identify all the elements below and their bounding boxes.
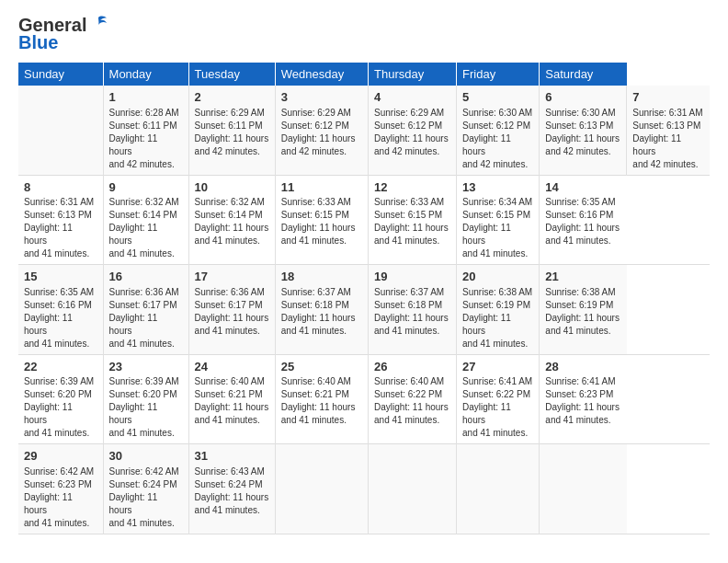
day-number: 29 [24, 448, 97, 465]
week-row-2: 8Sunrise: 6:31 AM Sunset: 6:13 PM Daylig… [18, 175, 710, 265]
day-number: 2 [195, 89, 269, 106]
week-row-3: 15Sunrise: 6:35 AM Sunset: 6:16 PM Dayli… [18, 265, 710, 355]
calendar-cell: 25Sunrise: 6:40 AM Sunset: 6:21 PM Dayli… [275, 354, 368, 444]
day-info: Sunrise: 6:39 AM Sunset: 6:20 PM Dayligh… [24, 375, 97, 440]
calendar-cell: 24Sunrise: 6:40 AM Sunset: 6:21 PM Dayli… [188, 354, 275, 444]
calendar-cell: 6Sunrise: 6:30 AM Sunset: 6:13 PM Daylig… [540, 86, 627, 175]
day-info: Sunrise: 6:30 AM Sunset: 6:12 PM Dayligh… [462, 107, 533, 171]
day-info: Sunrise: 6:38 AM Sunset: 6:19 PM Dayligh… [545, 286, 621, 338]
day-info: Sunrise: 6:33 AM Sunset: 6:15 PM Dayligh… [281, 196, 362, 247]
calendar-cell: 19Sunrise: 6:37 AM Sunset: 6:18 PM Dayli… [369, 265, 457, 355]
calendar-cell [457, 444, 540, 534]
logo: General Blue [18, 15, 108, 53]
week-row-1: 1Sunrise: 6:28 AM Sunset: 6:11 PM Daylig… [18, 86, 710, 175]
day-info: Sunrise: 6:43 AM Sunset: 6:24 PM Dayligh… [195, 465, 269, 517]
col-header-sunday: Sunday [18, 63, 103, 86]
week-row-5: 29Sunrise: 6:42 AM Sunset: 6:23 PM Dayli… [18, 444, 710, 534]
day-number: 15 [24, 269, 97, 285]
calendar-cell: 15Sunrise: 6:35 AM Sunset: 6:16 PM Dayli… [18, 265, 103, 355]
day-number: 20 [462, 269, 533, 285]
day-info: Sunrise: 6:33 AM Sunset: 6:15 PM Dayligh… [374, 196, 450, 247]
day-number: 28 [545, 359, 621, 375]
calendar-cell: 3Sunrise: 6:29 AM Sunset: 6:12 PM Daylig… [275, 86, 368, 175]
day-number: 8 [24, 179, 97, 196]
day-info: Sunrise: 6:31 AM Sunset: 6:13 PM Dayligh… [24, 196, 97, 260]
day-number: 17 [195, 269, 269, 285]
day-info: Sunrise: 6:40 AM Sunset: 6:21 PM Dayligh… [195, 375, 269, 427]
day-info: Sunrise: 6:30 AM Sunset: 6:13 PM Dayligh… [545, 107, 620, 158]
day-number: 10 [195, 179, 269, 196]
day-info: Sunrise: 6:34 AM Sunset: 6:15 PM Dayligh… [462, 196, 533, 260]
day-info: Sunrise: 6:37 AM Sunset: 6:18 PM Dayligh… [374, 286, 450, 338]
calendar-cell [369, 444, 457, 534]
day-info: Sunrise: 6:29 AM Sunset: 6:12 PM Dayligh… [374, 107, 450, 158]
day-info: Sunrise: 6:35 AM Sunset: 6:16 PM Dayligh… [24, 286, 97, 350]
day-number: 16 [109, 269, 183, 285]
calendar-header-row: SundayMondayTuesdayWednesdayThursdayFrid… [18, 63, 710, 86]
day-info: Sunrise: 6:38 AM Sunset: 6:19 PM Dayligh… [462, 286, 533, 350]
day-info: Sunrise: 6:42 AM Sunset: 6:24 PM Dayligh… [109, 465, 183, 530]
day-info: Sunrise: 6:29 AM Sunset: 6:11 PM Dayligh… [195, 107, 269, 158]
day-info: Sunrise: 6:36 AM Sunset: 6:17 PM Dayligh… [195, 286, 269, 338]
day-number: 24 [195, 359, 269, 375]
day-number: 25 [281, 359, 362, 375]
calendar-cell: 2Sunrise: 6:29 AM Sunset: 6:11 PM Daylig… [188, 86, 275, 175]
calendar-cell: 23Sunrise: 6:39 AM Sunset: 6:20 PM Dayli… [103, 354, 188, 444]
day-info: Sunrise: 6:36 AM Sunset: 6:17 PM Dayligh… [109, 286, 183, 350]
logo-blue: Blue [18, 32, 58, 53]
day-info: Sunrise: 6:41 AM Sunset: 6:23 PM Dayligh… [545, 375, 621, 427]
calendar-cell: 31Sunrise: 6:43 AM Sunset: 6:24 PM Dayli… [188, 444, 275, 534]
day-number: 30 [109, 448, 183, 465]
calendar-cell [18, 86, 103, 175]
calendar-cell: 13Sunrise: 6:34 AM Sunset: 6:15 PM Dayli… [457, 175, 540, 265]
day-number: 23 [109, 359, 183, 375]
calendar-cell: 7Sunrise: 6:31 AM Sunset: 6:13 PM Daylig… [627, 86, 710, 175]
day-info: Sunrise: 6:32 AM Sunset: 6:14 PM Dayligh… [195, 196, 269, 247]
day-number: 27 [462, 359, 533, 375]
day-number: 7 [632, 89, 704, 106]
day-info: Sunrise: 6:29 AM Sunset: 6:12 PM Dayligh… [281, 107, 362, 158]
col-header-thursday: Thursday [369, 63, 457, 86]
calendar-cell: 10Sunrise: 6:32 AM Sunset: 6:14 PM Dayli… [188, 175, 275, 265]
calendar-cell: 17Sunrise: 6:36 AM Sunset: 6:17 PM Dayli… [188, 265, 275, 355]
day-info: Sunrise: 6:40 AM Sunset: 6:21 PM Dayligh… [281, 375, 362, 427]
col-header-tuesday: Tuesday [188, 63, 275, 86]
col-header-wednesday: Wednesday [275, 63, 368, 86]
day-number: 21 [545, 269, 621, 285]
calendar-cell [275, 444, 368, 534]
day-info: Sunrise: 6:41 AM Sunset: 6:22 PM Dayligh… [462, 375, 533, 440]
week-row-4: 22Sunrise: 6:39 AM Sunset: 6:20 PM Dayli… [18, 354, 710, 444]
day-info: Sunrise: 6:40 AM Sunset: 6:22 PM Dayligh… [374, 375, 450, 427]
calendar-cell: 28Sunrise: 6:41 AM Sunset: 6:23 PM Dayli… [540, 354, 627, 444]
day-info: Sunrise: 6:28 AM Sunset: 6:11 PM Dayligh… [109, 107, 183, 171]
day-number: 14 [545, 179, 621, 196]
calendar: SundayMondayTuesdayWednesdayThursdayFrid… [18, 63, 710, 534]
calendar-cell: 16Sunrise: 6:36 AM Sunset: 6:17 PM Dayli… [103, 265, 188, 355]
calendar-cell: 26Sunrise: 6:40 AM Sunset: 6:22 PM Dayli… [369, 354, 457, 444]
day-info: Sunrise: 6:37 AM Sunset: 6:18 PM Dayligh… [281, 286, 362, 338]
col-header-friday: Friday [457, 63, 540, 86]
calendar-cell: 4Sunrise: 6:29 AM Sunset: 6:12 PM Daylig… [369, 86, 457, 175]
day-info: Sunrise: 6:31 AM Sunset: 6:13 PM Dayligh… [632, 107, 704, 171]
day-number: 26 [374, 359, 450, 375]
header: General Blue [18, 15, 710, 53]
col-header-saturday: Saturday [540, 63, 627, 86]
calendar-cell: 14Sunrise: 6:35 AM Sunset: 6:16 PM Dayli… [540, 175, 627, 265]
day-info: Sunrise: 6:42 AM Sunset: 6:23 PM Dayligh… [24, 465, 97, 530]
day-number: 11 [281, 179, 362, 196]
calendar-cell: 30Sunrise: 6:42 AM Sunset: 6:24 PM Dayli… [103, 444, 188, 534]
calendar-cell: 29Sunrise: 6:42 AM Sunset: 6:23 PM Dayli… [18, 444, 103, 534]
day-info: Sunrise: 6:39 AM Sunset: 6:20 PM Dayligh… [109, 375, 183, 440]
calendar-cell: 12Sunrise: 6:33 AM Sunset: 6:15 PM Dayli… [369, 175, 457, 265]
day-number: 19 [374, 269, 450, 285]
day-number: 6 [545, 89, 620, 106]
calendar-cell: 5Sunrise: 6:30 AM Sunset: 6:12 PM Daylig… [457, 86, 540, 175]
logo-bird-icon [88, 14, 108, 34]
calendar-cell [540, 444, 627, 534]
calendar-cell: 27Sunrise: 6:41 AM Sunset: 6:22 PM Dayli… [457, 354, 540, 444]
page: General Blue SundayMondayTuesdayWednesda… [0, 0, 728, 563]
day-number: 31 [195, 448, 269, 465]
day-number: 1 [109, 89, 183, 106]
calendar-cell: 21Sunrise: 6:38 AM Sunset: 6:19 PM Dayli… [540, 265, 627, 355]
calendar-cell: 11Sunrise: 6:33 AM Sunset: 6:15 PM Dayli… [275, 175, 368, 265]
